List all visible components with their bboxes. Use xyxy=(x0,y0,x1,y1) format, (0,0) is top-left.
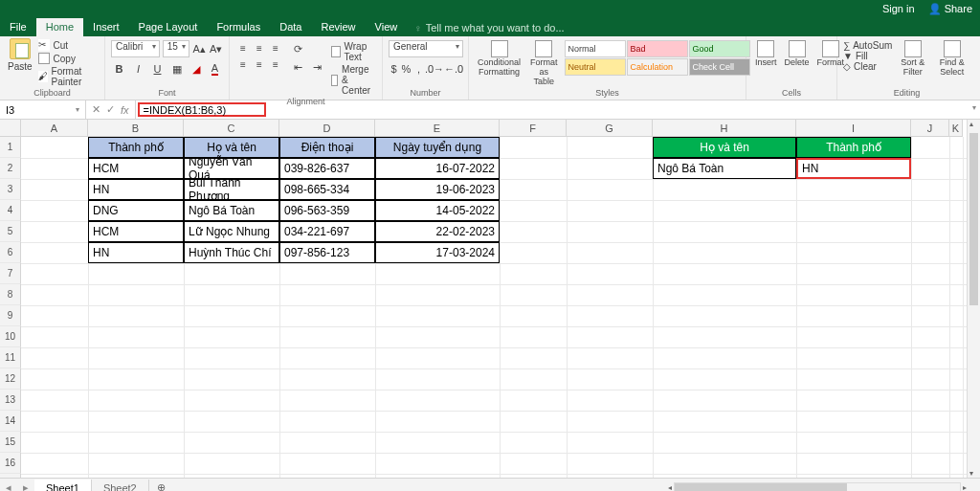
merge-center-button[interactable]: Merge & Center xyxy=(331,63,376,97)
cell[interactable]: Ngày tuyển dụng xyxy=(375,137,500,158)
bold-button[interactable]: B xyxy=(111,60,127,78)
indent-decrease-button[interactable]: ⇤ xyxy=(289,58,306,76)
sort-filter-button[interactable]: Sort & Filter xyxy=(896,40,929,78)
currency-button[interactable]: $ xyxy=(389,60,399,78)
indent-increase-button[interactable]: ⇥ xyxy=(308,58,325,76)
delete-cells-button[interactable]: Delete xyxy=(782,40,813,68)
row-headers[interactable]: 123456789101112131415161718192021 xyxy=(0,137,21,478)
increase-font-button[interactable]: A▴ xyxy=(192,40,207,57)
col-header-G[interactable]: G xyxy=(567,120,653,137)
row-header-6[interactable]: 6 xyxy=(0,242,21,263)
decrease-font-button[interactable]: A▾ xyxy=(209,40,223,57)
tab-view[interactable]: View xyxy=(366,18,408,36)
cell[interactable]: 039-826-637 xyxy=(279,158,375,179)
style-good[interactable]: Good xyxy=(689,40,750,57)
format-painter-button[interactable]: 🖌Format Painter xyxy=(38,65,99,88)
cell[interactable]: 034-221-697 xyxy=(279,221,375,242)
col-header-K[interactable]: K xyxy=(949,120,963,137)
increase-decimal-button[interactable]: .0→ xyxy=(426,60,443,78)
cell[interactable]: 096-563-359 xyxy=(279,200,375,221)
row-header-13[interactable]: 13 xyxy=(0,390,21,411)
insert-cells-button[interactable]: Insert xyxy=(752,40,780,68)
share-button[interactable]: 👤 Share xyxy=(928,3,972,15)
align-center-button[interactable]: ≡ xyxy=(252,56,267,72)
col-header-C[interactable]: C xyxy=(184,120,279,137)
expand-formula-bar-button[interactable]: ▾ xyxy=(972,103,976,112)
percent-button[interactable]: % xyxy=(401,60,412,78)
name-box[interactable]: I3 xyxy=(0,100,86,119)
tab-data[interactable]: Data xyxy=(270,18,311,36)
font-size-select[interactable]: 15 xyxy=(163,40,189,57)
cell[interactable]: Lữ Ngọc Nhung xyxy=(184,221,279,242)
paste-button[interactable]: Paste xyxy=(6,38,34,88)
cell[interactable]: HN xyxy=(88,179,184,200)
row-header-12[interactable]: 12 xyxy=(0,368,21,390)
cell[interactable]: 097-856-123 xyxy=(279,242,375,263)
cell[interactable]: Thành phố xyxy=(796,137,911,158)
tab-page-layout[interactable]: Page Layout xyxy=(129,18,208,36)
wrap-text-button[interactable]: Wrap Text xyxy=(331,40,376,63)
cell[interactable]: 17-03-2024 xyxy=(375,242,500,263)
fx-icon[interactable]: fx xyxy=(121,104,129,116)
select-all-corner[interactable] xyxy=(0,120,21,137)
cell[interactable]: HN xyxy=(88,242,184,263)
row-header-14[interactable]: 14 xyxy=(0,411,21,432)
fill-color-button[interactable]: ◢ xyxy=(188,60,204,78)
style-normal[interactable]: Normal xyxy=(565,40,626,57)
vertical-scrollbar[interactable] xyxy=(967,120,980,478)
copy-button[interactable]: Copy xyxy=(38,52,99,65)
decrease-decimal-button[interactable]: ←.0 xyxy=(445,60,462,78)
border-button[interactable]: ▦ xyxy=(168,60,185,78)
find-select-button[interactable]: Find & Select xyxy=(933,40,970,78)
row-header-7[interactable]: 7 xyxy=(0,263,21,284)
row-header-5[interactable]: 5 xyxy=(0,221,21,242)
cell[interactable]: 19-06-2023 xyxy=(375,179,500,200)
fill-button[interactable]: ▼ Fill xyxy=(843,51,892,61)
cell[interactable]: 098-665-334 xyxy=(279,179,375,200)
align-bottom-button[interactable]: ≡ xyxy=(268,40,283,56)
row-header-3[interactable]: 3 xyxy=(0,179,21,200)
row-header-1[interactable]: 1 xyxy=(0,137,21,158)
font-color-button[interactable]: A xyxy=(207,60,223,78)
cell[interactable]: DNG xyxy=(88,200,184,221)
tab-insert[interactable]: Insert xyxy=(83,18,129,36)
active-cell-I3[interactable]: HN xyxy=(796,158,911,179)
row-header-9[interactable]: 9 xyxy=(0,305,21,326)
row-header-10[interactable]: 10 xyxy=(0,326,21,347)
comma-button[interactable]: , xyxy=(413,60,424,78)
underline-button[interactable]: U xyxy=(149,60,166,78)
align-left-button[interactable]: ≡ xyxy=(235,56,251,72)
col-header-J[interactable]: J xyxy=(911,120,949,137)
sheet-tab-1[interactable]: Sheet1 xyxy=(34,480,92,492)
formula-input[interactable]: =INDEX(B1:B6,3) ▾ xyxy=(136,100,980,119)
col-header-H[interactable]: H xyxy=(653,120,796,137)
cell[interactable]: Ngô Bá Toàn xyxy=(653,158,796,179)
sheet-tab-2[interactable]: Sheet2 xyxy=(92,480,149,492)
col-header-F[interactable]: F xyxy=(500,120,567,137)
align-middle-button[interactable]: ≡ xyxy=(252,40,267,56)
tab-formulas[interactable]: Formulas xyxy=(207,18,270,36)
cell[interactable]: Huỳnh Thúc Chí xyxy=(184,242,279,263)
cell[interactable]: 22-02-2023 xyxy=(375,221,500,242)
cell[interactable]: Họ và tên xyxy=(653,137,796,158)
orientation-button[interactable]: ⟳ xyxy=(289,40,306,57)
style-check-cell[interactable]: Check Cell xyxy=(689,58,750,76)
col-header-B[interactable]: B xyxy=(88,120,184,137)
row-header-8[interactable]: 8 xyxy=(0,284,21,305)
sign-in-link[interactable]: Sign in xyxy=(882,3,915,14)
cell[interactable]: Thành phố xyxy=(88,137,184,158)
row-header-16[interactable]: 16 xyxy=(0,453,21,474)
sheet-nav-prev[interactable]: ◂ xyxy=(0,481,17,491)
tab-review[interactable]: Review xyxy=(311,18,365,36)
cell[interactable]: HCM xyxy=(88,221,184,242)
cell[interactable]: 14-05-2022 xyxy=(375,200,500,221)
row-header-4[interactable]: 4 xyxy=(0,200,21,221)
autosum-button[interactable]: ∑ AutoSum xyxy=(843,40,892,51)
format-as-table-button[interactable]: Format as Table xyxy=(527,40,561,87)
col-header-A[interactable]: A xyxy=(21,120,88,137)
italic-button[interactable]: I xyxy=(130,60,146,78)
column-headers[interactable]: ABCDEFGHIJK xyxy=(21,120,963,137)
style-calculation[interactable]: Calculation xyxy=(627,58,688,76)
spreadsheet-grid[interactable]: ABCDEFGHIJK 1234567891011121314151617181… xyxy=(0,120,980,478)
new-sheet-button[interactable]: ⊕ xyxy=(149,481,173,491)
